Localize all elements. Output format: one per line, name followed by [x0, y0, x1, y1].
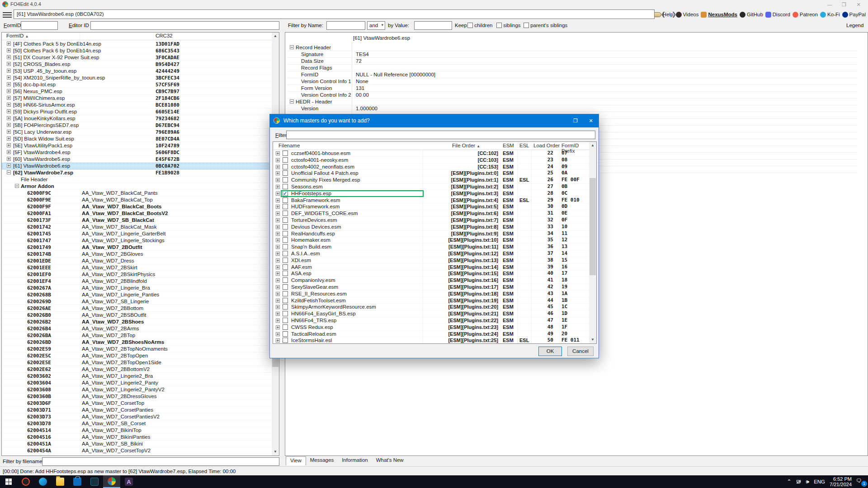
- dialog-maximize-button[interactable]: ❒: [568, 114, 583, 127]
- plugin-row[interactable]: [57] MWIIChimera.esp2F184CB6: [2, 95, 272, 102]
- menu-icon[interactable]: [3, 11, 12, 18]
- dialog-titlebar[interactable]: Which masters do you want to add? ❒ ✕: [270, 114, 599, 127]
- taskbar-explorer-button[interactable]: [52, 475, 69, 488]
- master-row[interactable]: Homemaker.esm[ESM][Plugins.txt:10]ESM351…: [273, 237, 589, 244]
- master-row[interactable]: RealHandcuffs.esp[ESM][Plugins.txt:9]ESM…: [273, 230, 589, 237]
- master-checkbox[interactable]: [283, 217, 288, 223]
- dialog-scrollbar-thumb[interactable]: [590, 178, 596, 275]
- taskbar-edge-button[interactable]: [34, 475, 52, 488]
- expand-icon[interactable]: [7, 62, 11, 66]
- master-row[interactable]: A.S.I.A..esm[ESM][Plugins.txt:12]ESM3714: [273, 250, 589, 257]
- master-checkbox[interactable]: [283, 258, 288, 263]
- expand-icon[interactable]: [276, 205, 280, 209]
- record-row[interactable]: 62001742AA_Vtaw_WD7_BlackCat_Mask: [2, 224, 272, 230]
- detail-row[interactable]: Form Version131: [287, 85, 858, 92]
- master-checkbox[interactable]: [283, 271, 288, 276]
- taskbar-fo4edit-button[interactable]: [103, 475, 120, 488]
- tab-whats-new[interactable]: What's New: [372, 456, 408, 465]
- col-esl[interactable]: ESL: [519, 143, 529, 148]
- expand-icon[interactable]: [276, 325, 280, 329]
- plugin-row[interactable]: [60] VtawWardrobe5.espE45F672B: [2, 156, 272, 163]
- scroll-down-icon[interactable]: ▼: [272, 448, 279, 455]
- record-row[interactable]: 62001EDEAA_Vtaw_WD7_Dress: [2, 258, 272, 264]
- children-checkbox[interactable]: [467, 23, 473, 28]
- expand-icon[interactable]: [276, 198, 280, 202]
- record-row[interactable]: 62002E5EAA_Vtaw_WD7_2BTopOpen1Side: [2, 359, 272, 366]
- expand-icon[interactable]: [7, 103, 11, 107]
- kofi-link[interactable]: Ko-Fi: [820, 12, 840, 18]
- master-row[interactable]: Snap'n Build.esm[ESM][Plugins.txt:11]ESM…: [273, 244, 589, 250]
- plugin-row[interactable]: [5A] InoueKinkyKollars.esp79234682: [2, 115, 272, 122]
- detail-row[interactable]: Data Size72: [287, 58, 858, 65]
- expand-icon[interactable]: [7, 42, 11, 46]
- filter-operator-select[interactable]: and: [367, 21, 385, 30]
- parents-siblings-checkbox[interactable]: [524, 23, 529, 28]
- expand-icon[interactable]: [276, 319, 280, 323]
- record-row[interactable]: 62004516AA_Vtaw_WD7_BikiniPanties: [2, 434, 272, 441]
- github-link[interactable]: GitHub: [740, 12, 763, 18]
- master-checkbox[interactable]: [283, 177, 288, 183]
- master-row[interactable]: CWSS Redux.esp[ESM][Plugins.txt:23]ESM48…: [273, 324, 589, 331]
- plugin-row[interactable]: [52] CROSS_Blades.espB954D427: [2, 61, 272, 68]
- master-row[interactable]: Devious Devices.esm[ESM][Plugins.txt:8]E…: [273, 224, 589, 230]
- master-row[interactable]: DEF_WIDGETS_CORE.esm[ESM][Plugins.txt:6]…: [273, 210, 589, 217]
- master-row[interactable]: Seasons.esm[ESM][Plugins.txt:2]ESM270B: [273, 183, 589, 190]
- plugin-row[interactable]: [58] HN66-SiriusArmor.espBCE81080: [2, 102, 272, 108]
- record-row[interactable]: 62002E62AA_Vtaw_WD7_2BBottomV2: [2, 366, 272, 373]
- expand-icon[interactable]: [276, 238, 280, 242]
- record-row[interactable]: 62001745AA_Vtaw_WD7_Lingerie_GarterBelt: [2, 230, 272, 237]
- paypal-link[interactable]: PayPal: [842, 12, 866, 18]
- record-row[interactable]: 62002E59AA_Vtaw_WD7_2BTopNoOrnaments: [2, 346, 272, 352]
- expand-icon[interactable]: [7, 150, 11, 154]
- master-row[interactable]: SkimpyArmorKeywordResource.esm[ESM][Plug…: [273, 304, 589, 310]
- record-row[interactable]: 620026BDAA_Vtaw_WD7_2BShoesNoArms: [2, 339, 272, 346]
- plugin-row[interactable]: [51] DX Courser X-92 Power Suit.esp3F0CA…: [2, 54, 272, 61]
- record-row[interactable]: 62003608AA_Vtaw_WD7_Lingerie2_PantyV2: [2, 386, 272, 393]
- expand-icon[interactable]: [7, 109, 11, 113]
- master-row[interactable]: TacticalReload.esm[ESM][Plugins.txt:24]E…: [273, 331, 589, 338]
- network-icon[interactable]: 🖳: [796, 479, 802, 485]
- master-checkbox[interactable]: [283, 324, 288, 330]
- record-row[interactable]: 6200267AAA_Vtaw_WD7_Lingerie_Bra: [2, 285, 272, 291]
- tree-header-crc32[interactable]: CRC32: [156, 33, 173, 38]
- expand-icon[interactable]: [7, 136, 11, 141]
- master-checkbox[interactable]: [283, 264, 288, 270]
- record-row[interactable]: 6200174BAA_Vtaw_WD7_2BGloves: [2, 251, 272, 258]
- notification-center-icon[interactable]: 🗨1: [856, 478, 865, 485]
- expand-icon[interactable]: [276, 245, 280, 249]
- expand-icon[interactable]: [276, 258, 280, 263]
- scroll-down-icon[interactable]: ▼: [589, 336, 596, 343]
- master-row[interactable]: Community Fixes Merged.esp[ESM][Plugins.…: [273, 177, 589, 183]
- record-row[interactable]: 62002E5CAA_Vtaw_WD7_2BTopOpen: [2, 352, 272, 359]
- record-row[interactable]: 62001EF0AA_Vtaw_WD7_2BSkirtPhysics: [2, 271, 272, 278]
- master-row[interactable]: XDI.esm[ESM][Plugins.txt:13]ESM3815: [273, 257, 589, 264]
- expand-icon[interactable]: [7, 48, 11, 52]
- master-row[interactable]: TortureDevices.esm[ESM][Plugins.txt:7]ES…: [273, 217, 589, 224]
- plugin-row[interactable]: [5C] Lacy Underwear.esp796E89A6: [2, 129, 272, 136]
- tab-information[interactable]: Information: [338, 456, 372, 465]
- master-checkbox[interactable]: [283, 338, 288, 343]
- nexusmods-link[interactable]: NexusMods: [701, 12, 737, 18]
- tab-view[interactable]: View: [286, 456, 306, 465]
- taskbar-app-button[interactable]: [86, 475, 103, 488]
- master-checkbox[interactable]: [283, 291, 288, 296]
- collapse-icon[interactable]: [290, 99, 294, 103]
- expand-icon[interactable]: [276, 299, 280, 303]
- filter-value-input[interactable]: [414, 21, 452, 30]
- col-filename[interactable]: Filename: [278, 143, 300, 148]
- legend-button[interactable]: Legend: [846, 23, 863, 28]
- expand-icon[interactable]: [276, 218, 280, 222]
- filter-name-input[interactable]: [326, 21, 365, 30]
- record-address-combobox[interactable]: [61] VtawWardrobe6.esp (0BC0A702): [14, 9, 655, 19]
- detail-row[interactable]: Record Header: [287, 44, 858, 51]
- record-row[interactable]: 62000F9EAA_Vtaw_WD7_BlackCat_Top: [2, 197, 272, 203]
- expand-icon[interactable]: [276, 158, 280, 162]
- master-row[interactable]: IceStormsHair.esl[ESM][Plugins.txt:25]ES…: [273, 337, 589, 343]
- record-row[interactable]: 62000F9FAA_Vtaw_WD7_BlackCat_Boots: [2, 203, 272, 210]
- detail-row[interactable]: FormIDNULL - Null Reference [00000000]: [287, 71, 858, 78]
- master-checkbox[interactable]: [283, 277, 288, 283]
- record-row[interactable]: 62003604AA_Vtaw_WD7_Lingerie2_Panty: [2, 380, 272, 386]
- record-row[interactable]: 62003D78AA_Vtaw_WD7_SB_Corset: [2, 420, 272, 427]
- record-row[interactable]: 6200454AAA_Vtaw_WD7_CorsetTopV2: [2, 447, 272, 454]
- expand-icon[interactable]: [276, 165, 280, 169]
